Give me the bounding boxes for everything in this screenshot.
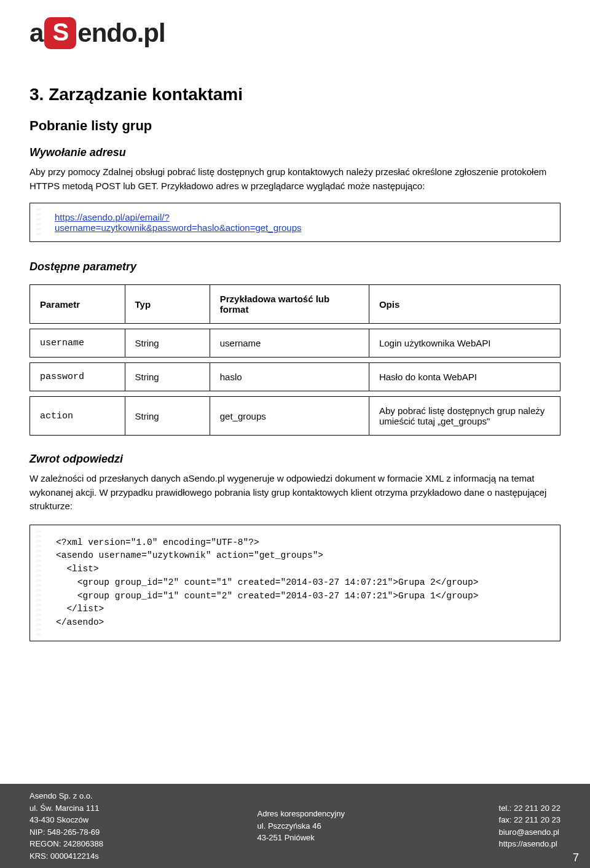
th-przyklad: Przykładowa wartość lub format xyxy=(210,284,369,324)
cell-param: action xyxy=(30,396,125,436)
cell-desc: Aby pobrać listę dostępnych grup należy … xyxy=(369,396,560,436)
cell-param: username xyxy=(30,329,125,358)
footer-left: Asendo Sp. z o.o. ul. Św. Marcina 111 43… xyxy=(30,790,103,862)
cell-param: password xyxy=(30,362,125,391)
table-row: password String haslo Hasło do konta Web… xyxy=(30,362,560,391)
xml-example-box: <?xml version="1.0" encoding="UTF-8"?> <… xyxy=(30,525,560,641)
table-header-row: Parametr Typ Przykładowa wartość lub for… xyxy=(30,284,560,324)
section-title: 3. Zarządzanie kontaktami xyxy=(30,85,560,104)
cell-example: get_groups xyxy=(210,396,369,436)
url-line-1[interactable]: https://asendo.pl/api/email/? xyxy=(55,212,551,222)
call-heading: Wywołanie adresu xyxy=(30,146,560,159)
logo-suffix: endo.pl xyxy=(77,18,165,48)
th-opis: Opis xyxy=(369,284,560,324)
logo-prefix: a xyxy=(30,18,43,48)
sub-title: Pobranie listy grup xyxy=(30,118,560,134)
footer-middle: Adres korespondencyjny ul. Pszczyńska 46… xyxy=(258,808,345,844)
cell-type: String xyxy=(125,329,210,358)
th-typ: Typ xyxy=(125,284,210,324)
url-line-2[interactable]: username=uzytkownik&password=haslo&actio… xyxy=(55,222,551,233)
cell-desc: Hasło do konta WebAPI xyxy=(369,362,560,391)
footer-right: tel.: 22 211 20 22 fax: 22 211 20 23 biu… xyxy=(499,802,560,850)
page-footer: Asendo Sp. z o.o. ul. Św. Marcina 111 43… xyxy=(0,784,590,868)
cell-type: String xyxy=(125,362,210,391)
response-paragraph: W zależności od przesłanych danych aSend… xyxy=(30,472,560,514)
cell-desc: Login użytkownika WebAPI xyxy=(369,329,560,358)
cell-type: String xyxy=(125,396,210,436)
url-example-box: https://asendo.pl/api/email/? username=u… xyxy=(30,203,560,242)
page-number: 7 xyxy=(573,851,579,864)
cell-example: haslo xyxy=(210,362,369,391)
logo-badge: S xyxy=(44,17,76,49)
parameters-table: Parametr Typ Przykładowa wartość lub for… xyxy=(30,280,560,440)
response-heading: Zwrot odpowiedzi xyxy=(30,453,560,466)
brand-logo: a S endo.pl xyxy=(30,17,560,49)
call-paragraph: Aby przy pomocy Zdalnej obsługi pobrać l… xyxy=(30,165,560,193)
table-row: action String get_groups Aby pobrać list… xyxy=(30,396,560,436)
table-row: username String username Login użytkowni… xyxy=(30,329,560,358)
params-heading: Dostępne parametry xyxy=(30,260,560,273)
cell-example: username xyxy=(210,329,369,358)
th-parametr: Parametr xyxy=(30,284,125,324)
